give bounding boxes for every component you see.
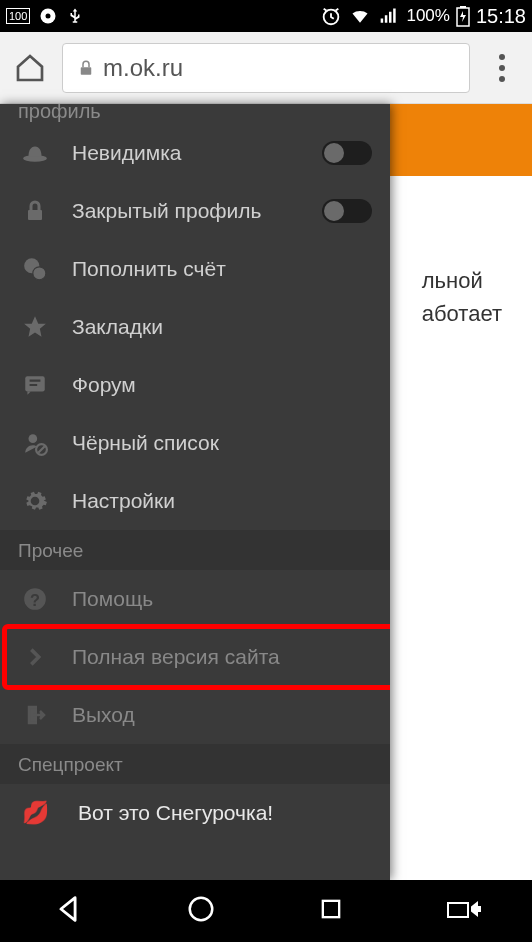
menu-item-help[interactable]: ? Помощь [0, 570, 390, 628]
menu-label: Полная версия сайта [72, 645, 372, 669]
switch-button[interactable] [446, 895, 482, 927]
menu-item-blacklist[interactable]: Чёрный список [0, 414, 390, 472]
help-icon: ? [18, 586, 52, 612]
menu-label: Закрытый профиль [72, 199, 302, 223]
menu-label: Настройки [72, 489, 372, 513]
svg-rect-16 [322, 901, 338, 917]
menu-item-top-up[interactable]: Пополнить счёт [0, 240, 390, 298]
svg-text:?: ? [30, 591, 40, 609]
section-profile-partial: профиль [0, 104, 390, 124]
url-text: m.ok.ru [103, 54, 183, 82]
menu-label: Закладки [72, 315, 372, 339]
background-text: льной аботает [422, 264, 502, 330]
android-status-bar: 100 100% 15:18 [0, 0, 532, 32]
svg-rect-5 [81, 67, 92, 75]
menu-label: Вот это Снегурочка! [72, 801, 372, 825]
back-button[interactable] [51, 892, 85, 930]
browser-toolbar: m.ok.ru [0, 32, 532, 104]
switch-icon [446, 895, 482, 923]
home-button[interactable] [10, 48, 50, 88]
svg-point-9 [33, 267, 46, 280]
menu-label: Форум [72, 373, 372, 397]
menu-item-private-profile[interactable]: Закрытый профиль [0, 182, 390, 240]
svg-point-11 [29, 434, 38, 443]
menu-item-special[interactable]: 💋 Вот это Снегурочка! [0, 784, 390, 842]
forum-icon [18, 372, 52, 398]
section-other: Прочее [0, 530, 390, 570]
browser-menu-button[interactable] [482, 48, 522, 88]
disc-icon [38, 6, 58, 26]
menu-item-forum[interactable]: Форум [0, 356, 390, 414]
lock-icon [18, 199, 52, 223]
sidebar-menu: профиль Невидимка Закрытый профиль Попол… [0, 104, 390, 880]
signal-icon [378, 6, 400, 26]
blacklist-icon [18, 430, 52, 456]
section-special: Спецпроект [0, 744, 390, 784]
menu-label: Чёрный список [72, 431, 372, 455]
status-right-group: 100% 15:18 [320, 5, 526, 28]
android-nav-bar [0, 880, 532, 942]
menu-item-invisible[interactable]: Невидимка [0, 124, 390, 182]
coins-icon [18, 256, 52, 282]
battery-percent-text: 100% [406, 6, 449, 26]
gear-icon [18, 488, 52, 514]
battery-small-icon: 100 [6, 8, 30, 24]
menu-item-logout[interactable]: Выход [0, 686, 390, 744]
svg-rect-17 [448, 903, 468, 917]
menu-label: Помощь [72, 587, 372, 611]
content-area: льной аботает профиль Невидимка Закрытый… [0, 104, 532, 880]
alarm-icon [320, 5, 342, 27]
svg-rect-7 [28, 210, 42, 220]
menu-item-bookmarks[interactable]: Закладки [0, 298, 390, 356]
back-icon [51, 892, 85, 926]
hat-icon [18, 140, 52, 166]
status-left-group: 100 [6, 6, 84, 26]
toggle-invisible[interactable] [322, 141, 372, 165]
url-input[interactable]: m.ok.ru [62, 43, 470, 93]
menu-label: Невидимка [72, 141, 302, 165]
toggle-private[interactable] [322, 199, 372, 223]
home-nav-button[interactable] [186, 894, 216, 928]
chevron-right-icon [18, 646, 52, 668]
home-icon [14, 52, 46, 84]
lips-icon: 💋 [18, 800, 52, 826]
menu-label: Выход [72, 703, 372, 727]
menu-label: Пополнить счёт [72, 257, 372, 281]
square-icon [317, 895, 345, 923]
svg-rect-4 [460, 6, 466, 8]
wifi-icon [348, 6, 372, 26]
menu-item-full-version[interactable]: Полная версия сайта [0, 628, 390, 686]
svg-point-15 [189, 898, 212, 921]
star-icon [18, 314, 52, 340]
clock-text: 15:18 [476, 5, 526, 28]
circle-icon [186, 894, 216, 924]
svg-point-1 [46, 14, 51, 19]
battery-icon [456, 5, 470, 27]
recent-button[interactable] [317, 895, 345, 927]
logout-icon [18, 703, 52, 727]
lock-icon [77, 59, 95, 77]
usb-icon [66, 6, 84, 26]
menu-item-settings[interactable]: Настройки [0, 472, 390, 530]
